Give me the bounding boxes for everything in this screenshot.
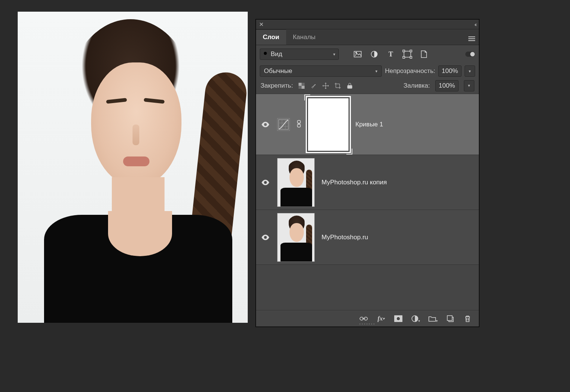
- layer-mask-thumb[interactable]: [308, 98, 349, 151]
- adjustment-icon[interactable]: [370, 50, 378, 58]
- smartobject-icon[interactable]: [420, 50, 428, 58]
- lock-row: Закрепить: Заливка: 100% ▾: [256, 79, 479, 94]
- layer-row[interactable]: MyPhotoshop.ru: [256, 210, 479, 265]
- move-icon[interactable]: [322, 82, 329, 89]
- mask-icon[interactable]: [395, 315, 402, 322]
- layer-kind-label: Вид: [271, 50, 282, 58]
- svg-rect-25: [447, 316, 452, 321]
- fill-label: Заливка:: [404, 82, 430, 90]
- fill-field[interactable]: 100%: [435, 80, 459, 91]
- portrait-image: [18, 12, 248, 323]
- layer-thumb[interactable]: [277, 158, 315, 207]
- opacity-field[interactable]: 100%: [438, 65, 462, 77]
- layer-name: MyPhotoshop.ru копия: [322, 179, 387, 186]
- panel-tabs: Слои Каналы: [256, 29, 479, 45]
- opacity-stepper[interactable]: ▾: [465, 65, 475, 77]
- link-icon[interactable]: [360, 315, 367, 322]
- lock-label: Закрепить:: [261, 82, 293, 90]
- layers-list: Кривые 1 MyPhotoshop.ru копия MyPhotosho…: [256, 94, 479, 265]
- curves-icon: [277, 118, 290, 131]
- brush-icon[interactable]: [310, 82, 317, 89]
- blend-mode-dropdown[interactable]: Обычные ▾: [260, 65, 382, 77]
- tab-channels[interactable]: Каналы: [286, 30, 322, 45]
- svg-point-23: [396, 317, 400, 321]
- fx-icon[interactable]: fx▾: [377, 315, 385, 322]
- layer-name: Кривые 1: [355, 121, 383, 128]
- panel-menu-icon[interactable]: [468, 33, 475, 41]
- group-icon[interactable]: ▾: [429, 315, 437, 322]
- new-layer-icon[interactable]: [447, 315, 454, 322]
- opacity-value: 100%: [442, 67, 458, 75]
- filter-toggle[interactable]: [465, 52, 475, 57]
- layer-row[interactable]: Кривые 1: [256, 94, 479, 155]
- svg-rect-12: [302, 83, 305, 86]
- svg-rect-14: [347, 85, 352, 88]
- lock-pixels-icon[interactable]: [298, 82, 305, 89]
- visibility-toggle[interactable]: [261, 233, 270, 242]
- trash-icon[interactable]: [464, 315, 471, 322]
- fill-stepper[interactable]: ▾: [464, 80, 474, 91]
- svg-rect-11: [302, 86, 305, 89]
- collapse-icon[interactable]: ‹‹: [474, 21, 476, 27]
- visibility-toggle[interactable]: [261, 120, 270, 129]
- svg-rect-13: [299, 86, 302, 89]
- visibility-toggle[interactable]: [261, 178, 270, 187]
- layers-panel: ✕ ‹‹ Слои Каналы Вид ▾ T: [256, 19, 479, 327]
- shape-icon[interactable]: [404, 50, 411, 58]
- lock-all-icon[interactable]: [346, 82, 353, 89]
- panel-footer: fx▾ ▾ ▾ ▪▪▪▪▪▪▪: [256, 310, 479, 327]
- opacity-label: Непрозрачность:: [385, 67, 435, 75]
- panel-titlebar: ✕ ‹‹: [256, 20, 479, 29]
- close-icon[interactable]: ✕: [259, 21, 264, 28]
- svg-rect-7: [410, 50, 412, 52]
- crop-icon[interactable]: [334, 82, 341, 89]
- document-canvas[interactable]: [18, 12, 248, 323]
- mask-link-icon[interactable]: [297, 120, 301, 129]
- blend-mode-value: Обычные: [264, 67, 292, 75]
- chevron-down-icon: ▾: [333, 52, 335, 57]
- svg-rect-9: [410, 56, 412, 58]
- layer-name: MyPhotoshop.ru: [322, 234, 368, 241]
- svg-point-0: [264, 52, 267, 55]
- tab-layers[interactable]: Слои: [256, 29, 286, 45]
- fill-value: 100%: [439, 82, 455, 90]
- layer-kind-dropdown[interactable]: Вид ▾: [260, 49, 339, 60]
- image-icon[interactable]: [354, 50, 361, 58]
- layer-filter-row: Вид ▾ T: [256, 45, 479, 63]
- svg-line-1: [267, 54, 268, 56]
- adjustment-layer-icon[interactable]: ▾: [412, 315, 419, 322]
- resize-grip[interactable]: ▪▪▪▪▪▪▪: [359, 322, 375, 326]
- svg-rect-6: [403, 50, 405, 52]
- type-icon[interactable]: T: [387, 50, 395, 58]
- search-icon: [263, 51, 268, 58]
- blend-mode-row: Обычные ▾ Непрозрачность: 100% ▾: [256, 63, 479, 79]
- svg-rect-8: [403, 56, 405, 58]
- layer-row[interactable]: MyPhotoshop.ru копия: [256, 155, 479, 210]
- chevron-down-icon: ▾: [375, 69, 378, 74]
- svg-point-3: [356, 52, 357, 53]
- layer-thumb[interactable]: [277, 213, 315, 262]
- svg-rect-10: [299, 83, 302, 86]
